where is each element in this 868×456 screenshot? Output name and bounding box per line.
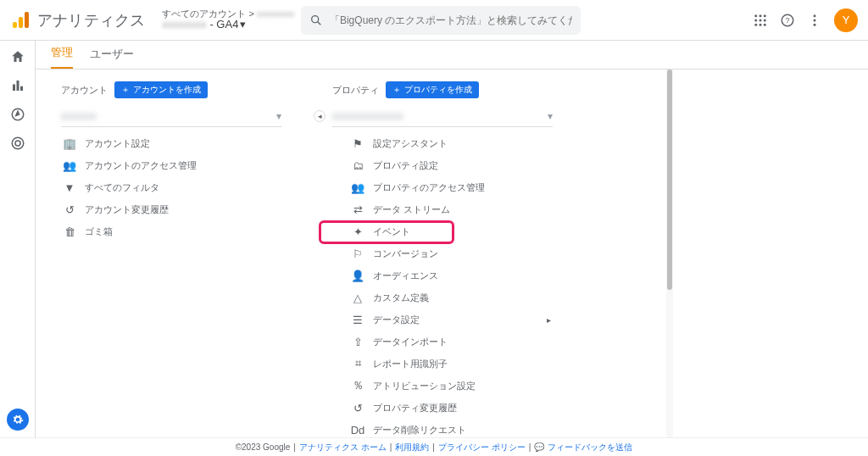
account-settings[interactable]: 🏢アカウント設定 [61, 132, 281, 154]
stream-icon: ⇄ [351, 203, 364, 216]
user-avatar[interactable]: Y [834, 8, 858, 32]
caret-down-icon: ▾ [548, 110, 553, 122]
attribution-settings[interactable]: ％アトリビューション設定 [332, 375, 553, 397]
building-icon: 🏢 [63, 137, 76, 150]
scrollbar[interactable] [666, 70, 673, 437]
account-column-label: アカウント [61, 84, 108, 97]
setup-assistant[interactable]: ⚑設定アシスタント [332, 132, 553, 154]
footer-copyright: ©2023 Google [236, 442, 291, 452]
delete-req-icon: Dd [351, 424, 364, 437]
svg-rect-2 [25, 12, 29, 28]
trash-icon: 🗑 [63, 225, 76, 238]
advertising-icon[interactable] [10, 136, 25, 151]
history-icon: ↺ [63, 203, 76, 216]
svg-rect-0 [13, 22, 17, 28]
product-title: アナリティクス [37, 10, 145, 31]
property-change-history[interactable]: ↺プロパティ変更履歴 [332, 397, 553, 419]
attribution-icon: ％ [351, 378, 364, 393]
property-access-management[interactable]: 👥プロパティのアクセス管理 [332, 176, 553, 198]
account-access-management[interactable]: 👥アカウントのアクセス管理 [61, 154, 281, 176]
tab-admin[interactable]: 管理 [51, 45, 73, 69]
flag-icon: ⚐ [351, 247, 364, 260]
events[interactable]: ✦イベント [332, 220, 553, 242]
people-icon: 👥 [351, 181, 364, 194]
svg-line-4 [318, 21, 321, 25]
analytics-logo [10, 10, 31, 31]
all-filters[interactable]: ▼すべてのフィルタ [61, 176, 281, 198]
footer: ©2023 Google | アナリティクス ホーム | 利用規約 | プライバ… [0, 437, 868, 456]
svg-rect-21 [20, 86, 23, 91]
account-change-history[interactable]: ↺アカウント変更履歴 [61, 198, 281, 220]
apps-icon[interactable] [753, 13, 768, 28]
account-column: アカウント ＋アカウントを作成 xxxxxx ▾ 🏢アカウント設定 👥アカウント… [61, 81, 281, 437]
left-nav-rail [0, 41, 36, 437]
main-content: 管理 ユーザー アカウント ＋アカウントを作成 xxxxxx ▾ 🏢アカウント設… [36, 41, 868, 437]
svg-point-10 [764, 19, 766, 21]
svg-point-23 [12, 137, 24, 149]
create-property-button[interactable]: ＋プロパティを作成 [386, 81, 479, 98]
data-import[interactable]: ⇧データインポート [332, 331, 553, 353]
top-right-icons: ? Y [753, 8, 858, 32]
event-icon: ✦ [351, 225, 364, 238]
audience-icon: 👤 [351, 270, 364, 282]
create-account-button[interactable]: ＋アカウントを作成 [114, 81, 208, 98]
svg-point-24 [15, 141, 20, 146]
svg-text:?: ? [785, 16, 789, 25]
import-icon: ⇧ [351, 336, 364, 348]
footer-feedback[interactable]: フィードバックを送信 [548, 442, 632, 453]
explore-icon[interactable] [10, 107, 25, 122]
caret-down-icon: ▾ [276, 110, 281, 122]
caret-down-icon: ▾ [240, 19, 246, 31]
footer-link-terms[interactable]: 利用規約 [395, 442, 429, 453]
account-selector[interactable]: xxxxxx ▾ [61, 105, 281, 127]
home-icon[interactable] [10, 49, 25, 64]
search-box[interactable] [301, 6, 581, 35]
audiences[interactable]: 👤オーディエンス [332, 264, 553, 286]
data-streams[interactable]: ⇄データ ストリーム [332, 198, 553, 220]
svg-rect-20 [16, 81, 19, 91]
svg-point-9 [760, 19, 762, 21]
data-icon: ☰ [351, 314, 364, 326]
filter-icon: ▼ [63, 181, 76, 194]
reporting-identity[interactable]: ⌗レポート用識別子 [332, 353, 553, 375]
footer-link-home[interactable]: アナリティクス ホーム [299, 442, 387, 453]
id-icon: ⌗ [351, 357, 364, 370]
scrollbar-thumb[interactable] [667, 70, 672, 290]
trash[interactable]: 🗑ゴミ箱 [61, 220, 281, 242]
plus-icon: ＋ [121, 84, 130, 96]
svg-point-3 [312, 15, 319, 22]
chevron-right-icon: ▸ [547, 315, 551, 325]
account-property-picker[interactable]: すべてのアカウント > xxxxxxxx xxxxxxxx - GA4 ▾ [162, 8, 294, 31]
data-deletion-requests[interactable]: Ddデータ削除リクエスト [332, 419, 553, 437]
property-icon: 🗂 [351, 159, 364, 172]
tab-user[interactable]: ユーザー [90, 47, 134, 69]
svg-point-17 [814, 19, 816, 21]
svg-point-13 [764, 23, 766, 25]
search-input[interactable] [330, 14, 572, 26]
property-selector[interactable]: xxxxxxxxxxxx ▾ [332, 105, 553, 127]
more-vert-icon[interactable] [807, 13, 822, 28]
history-icon: ↺ [351, 402, 364, 414]
svg-point-6 [760, 14, 762, 17]
reports-icon[interactable] [10, 78, 25, 93]
svg-point-7 [764, 14, 766, 17]
property-column: プロパティ ＋プロパティを作成 xxxxxxxxxxxx ▾ ⚑設定アシスタント… [332, 81, 553, 437]
plus-icon: ＋ [392, 84, 401, 96]
property-settings[interactable]: 🗂プロパティ設定 [332, 154, 553, 176]
data-settings[interactable]: ☰データ設定▸ [332, 309, 553, 331]
svg-point-16 [814, 14, 816, 17]
picker-line2: xxxxxxxx - GA4 ▾ [162, 19, 294, 31]
top-bar: アナリティクス すべてのアカウント > xxxxxxxx xxxxxxxx - … [0, 0, 868, 41]
admin-gear-button[interactable] [7, 409, 29, 431]
search-icon [309, 14, 323, 27]
help-icon[interactable]: ? [780, 13, 795, 28]
property-column-label: プロパティ [332, 84, 379, 97]
svg-point-11 [754, 23, 757, 25]
svg-point-18 [814, 23, 816, 25]
conversions[interactable]: ⚐コンバージョン [332, 242, 553, 264]
svg-point-5 [754, 14, 757, 17]
collapse-column-button[interactable]: ◂ [314, 110, 326, 122]
svg-rect-1 [19, 17, 23, 28]
footer-link-privacy[interactable]: プライバシー ポリシー [438, 442, 526, 453]
custom-definitions[interactable]: △カスタム定義 [332, 286, 553, 309]
